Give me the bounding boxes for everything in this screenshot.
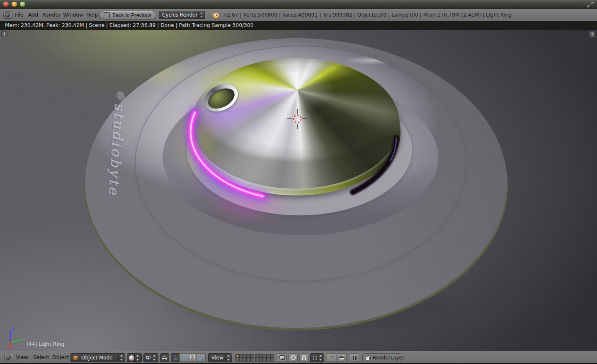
rotate-arc-icon xyxy=(190,355,195,360)
scale-manipulator-button[interactable] xyxy=(197,353,206,362)
info-editor-icon xyxy=(5,13,10,17)
region-expand-button-right[interactable]: + xyxy=(589,31,595,37)
axis-x-label: x xyxy=(11,345,13,350)
axis-z-label: z xyxy=(12,327,14,332)
manipulate-center-points-toggle[interactable] xyxy=(160,353,169,362)
proportional-circle-icon xyxy=(291,355,296,360)
scene-lock-icon xyxy=(279,355,285,360)
layer-cell[interactable] xyxy=(270,354,274,358)
engine-select-arrows-icon xyxy=(198,11,205,19)
menu-object[interactable]: Object xyxy=(52,351,69,363)
snap-element-select[interactable] xyxy=(310,353,324,362)
layers-group-2 xyxy=(255,354,274,362)
layer-cell[interactable] xyxy=(250,354,254,358)
viewport-shading-select[interactable] xyxy=(127,353,142,362)
lock-to-scene-toggle[interactable] xyxy=(277,353,287,362)
mode-select-arrows-icon xyxy=(118,354,125,362)
manipulator-toggle[interactable] xyxy=(171,353,180,362)
proportional-edit-toggle[interactable] xyxy=(289,353,298,362)
active-object-label: (44) Light Ring xyxy=(27,341,64,347)
layer-cell[interactable] xyxy=(255,358,259,362)
shading-sphere-icon xyxy=(129,355,134,361)
orientation-value: View xyxy=(209,355,225,361)
layer-cell[interactable] xyxy=(259,354,263,358)
menu-add[interactable]: Add xyxy=(28,9,38,21)
minimize-window-button[interactable] xyxy=(12,2,17,7)
layer-cell-active[interactable] xyxy=(235,354,239,358)
orientation-arrows-icon xyxy=(225,354,232,362)
pivot-arrows-icon xyxy=(151,354,158,362)
magnet-icon xyxy=(301,355,307,360)
pivot-point-select[interactable] xyxy=(143,353,158,362)
render-pause-button[interactable] xyxy=(350,353,359,362)
render-status-bar: Mem: 230.42M, Peak: 230.42M | Scene | El… xyxy=(0,21,597,30)
snap-element-icon xyxy=(312,355,317,360)
back-icon xyxy=(103,12,110,18)
layer-cell[interactable] xyxy=(263,358,267,362)
render-layer-value: RenderLayer xyxy=(373,355,404,361)
scale-arrow-icon xyxy=(199,355,204,360)
render-layer-select[interactable]: RenderLayer xyxy=(362,353,401,362)
viewport-editor-type-selector[interactable] xyxy=(4,354,13,361)
axis-gizmo: z y x xyxy=(4,326,27,350)
shading-arrows-icon xyxy=(134,354,141,362)
pivot-icon xyxy=(146,355,151,361)
blender-logo-icon xyxy=(211,12,219,18)
layer-cell[interactable] xyxy=(235,358,239,362)
back-to-previous-button[interactable]: Back to Previous xyxy=(100,11,156,19)
snap-element-arrows-icon xyxy=(317,354,324,362)
menu-view[interactable]: View xyxy=(16,351,28,363)
layer-cell[interactable] xyxy=(239,358,243,362)
clapperboard-icon xyxy=(339,355,345,360)
zoom-window-button[interactable] xyxy=(20,2,25,7)
object-mode-cube-icon xyxy=(73,355,78,361)
back-to-previous-label: Back to Previous xyxy=(112,12,151,18)
3dview-editor-icon xyxy=(6,355,10,359)
brand-logo-glyph: @ xyxy=(116,91,126,101)
transform-orientation-select[interactable]: View xyxy=(208,353,232,362)
menu-file[interactable]: File xyxy=(15,9,24,21)
layer-cell[interactable] xyxy=(259,358,263,362)
scene-stats: v2.67 | Verts:500809 | Faces:499691 | Tr… xyxy=(224,9,512,21)
layer-cell[interactable] xyxy=(243,358,247,362)
layer-cell[interactable] xyxy=(267,354,270,358)
axis-tripod-icon xyxy=(172,355,178,360)
editor-type-selector[interactable] xyxy=(3,11,12,19)
render-engine-select[interactable]: Cycles Render xyxy=(159,11,205,19)
opengl-render-still-button[interactable] xyxy=(327,353,336,362)
info-header: File Add Render Window Help Back to Prev… xyxy=(0,9,597,21)
center-points-icon xyxy=(162,355,167,360)
snap-toggle[interactable] xyxy=(299,353,308,362)
viewport-3d[interactable]: @studiobyte xyxy=(0,30,597,351)
fullscreen-icon[interactable] xyxy=(586,1,595,8)
close-window-button[interactable] xyxy=(3,2,9,7)
layer-cell[interactable] xyxy=(247,358,250,362)
layer-cell[interactable] xyxy=(247,354,250,358)
rotate-manipulator-button[interactable] xyxy=(188,353,197,362)
mode-value: Object Mode xyxy=(78,355,118,361)
menu-window[interactable]: Window xyxy=(63,9,83,21)
menu-select[interactable]: Select xyxy=(33,351,49,363)
layer-cell[interactable] xyxy=(270,358,274,362)
render-engine-value: Cycles Render xyxy=(159,12,198,18)
window-controls xyxy=(3,2,25,7)
menu-help[interactable]: Help xyxy=(86,9,98,21)
window-titlebar[interactable] xyxy=(0,0,597,9)
opengl-render-animation-button[interactable] xyxy=(337,353,347,362)
render-status-text: Mem: 230.42M, Peak: 230.42M | Scene | El… xyxy=(5,22,254,28)
axis-y-label: y xyxy=(23,337,25,341)
layer-cell[interactable] xyxy=(267,358,270,362)
layer-cell[interactable] xyxy=(255,354,259,358)
render-layer-icon xyxy=(365,355,371,361)
layer-cell[interactable] xyxy=(263,354,267,358)
mode-select[interactable]: Object Mode xyxy=(70,353,125,362)
layers-group-1 xyxy=(235,354,254,362)
menu-render[interactable]: Render xyxy=(42,9,61,21)
layer-cell[interactable] xyxy=(243,354,247,358)
region-expand-button-left[interactable]: + xyxy=(1,31,7,37)
translate-manipulator-button[interactable] xyxy=(180,353,188,362)
layer-cell[interactable] xyxy=(250,358,254,362)
layer-cell[interactable] xyxy=(239,354,243,358)
camera-icon xyxy=(328,355,335,360)
blender-window: File Add Render Window Help Back to Prev… xyxy=(0,0,597,364)
